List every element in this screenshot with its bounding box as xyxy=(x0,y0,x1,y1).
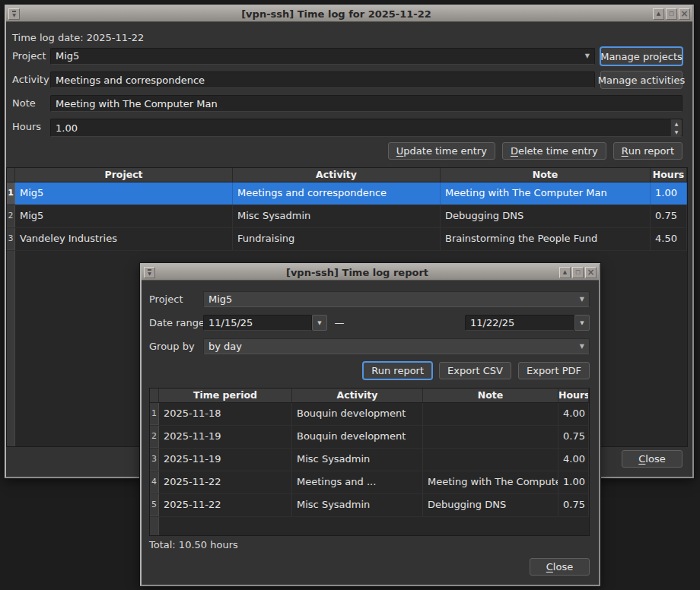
table-row[interactable]: 42025-11-22Meetings and ...Meeting with … xyxy=(150,471,589,494)
main-titlebar[interactable]: ▼ [vpn-ssh] Time log for 2025-11-22 ▲ □ … xyxy=(6,6,692,22)
shade-window-button[interactable]: ▲ xyxy=(653,8,664,20)
cell-period[interactable]: 2025-11-19 xyxy=(159,449,292,471)
cell-hours[interactable]: 1.00 xyxy=(558,471,589,493)
column-header-hours[interactable]: Hours xyxy=(558,389,589,402)
activity-input[interactable] xyxy=(50,71,595,88)
cell-note[interactable] xyxy=(423,426,558,448)
table-row[interactable]: 2Mig5Misc SysadminDebugging DNS0.75 xyxy=(7,205,687,228)
maximize-icon: □ xyxy=(669,11,674,17)
column-header-time-period[interactable]: Time period xyxy=(159,389,292,402)
activity-label: Activity xyxy=(12,71,49,88)
spin-up-button[interactable]: ▲ xyxy=(671,119,682,128)
cell-hours[interactable]: 4.50 xyxy=(651,228,687,250)
cell-hours[interactable]: 0.75 xyxy=(651,205,687,227)
report-maximize-window-button[interactable]: □ xyxy=(572,267,584,278)
window-menu-button[interactable]: ▼ xyxy=(8,8,20,20)
main-close-button[interactable]: Close xyxy=(622,450,682,468)
export-pdf-button[interactable]: Export PDF xyxy=(518,362,590,379)
report-window: ▼ [vpn-ssh] Time log report ▲ □ × Projec… xyxy=(140,263,600,586)
note-input[interactable] xyxy=(50,95,682,112)
report-shade-window-button[interactable]: ▲ xyxy=(559,267,571,278)
row-number-cell[interactable]: 2 xyxy=(150,426,159,448)
group-by-combobox[interactable]: by day ▼ xyxy=(203,338,590,354)
table-row[interactable]: 32025-11-19Misc Sysadmin4.00 xyxy=(150,449,589,471)
table-row[interactable]: 52025-11-22Misc SysadminDebugging DNS0.7… xyxy=(150,494,589,517)
cell-activity[interactable]: Misc Sysadmin xyxy=(233,205,441,227)
row-number-cell[interactable]: 1 xyxy=(150,403,159,425)
cell-activity[interactable]: Bouquin development xyxy=(292,426,423,448)
time-entries-table-header: Project Activity Note Hours xyxy=(7,168,687,182)
spin-down-button[interactable]: ▼ xyxy=(671,128,682,136)
cell-period[interactable]: 2025-11-19 xyxy=(159,426,292,448)
table-row[interactable]: 22025-11-19Bouquin development0.75 xyxy=(150,426,589,449)
row-number-cell[interactable]: 1 xyxy=(7,182,15,205)
report-project-combobox-value: Mig5 xyxy=(208,293,232,305)
report-close-window-button[interactable]: × xyxy=(585,267,597,278)
date-range-start-input[interactable] xyxy=(203,315,312,331)
cell-activity[interactable]: Misc Sysadmin xyxy=(292,494,423,516)
cell-note[interactable]: Debugging DNS xyxy=(441,205,651,227)
row-number-cell[interactable]: 5 xyxy=(150,494,159,516)
date-range-start-dropdown-button[interactable]: ▼ xyxy=(312,315,327,331)
date-range-end-input[interactable] xyxy=(465,315,574,331)
cell-hours[interactable]: 4.00 xyxy=(558,403,589,425)
maximize-icon: □ xyxy=(575,270,581,275)
project-label: Project xyxy=(12,48,46,65)
column-header-note[interactable]: Note xyxy=(423,389,558,402)
update-time-entry-button[interactable]: Update time entry xyxy=(388,142,495,160)
cell-activity[interactable]: Fundraising xyxy=(233,228,441,250)
cell-project[interactable]: Mig5 xyxy=(15,182,233,205)
report-titlebar[interactable]: ▼ [vpn-ssh] Time log report ▲ □ × xyxy=(142,265,599,281)
cell-hours[interactable]: 0.75 xyxy=(558,426,589,448)
column-header-hours[interactable]: Hours xyxy=(651,168,687,182)
maximize-window-button[interactable]: □ xyxy=(666,8,677,20)
report-run-report-button[interactable]: Run report xyxy=(363,362,432,379)
cell-note[interactable]: Brainstorming the People Fund xyxy=(441,228,651,250)
cell-period[interactable]: 2025-11-22 xyxy=(159,494,292,516)
table-row[interactable]: 12025-11-18Bouquin development4.00 xyxy=(150,403,589,426)
spin-up-icon: ▲ xyxy=(675,122,679,126)
column-header-activity[interactable]: Activity xyxy=(292,389,423,402)
report-project-combobox[interactable]: Mig5 ▼ xyxy=(203,291,590,307)
cell-note[interactable]: Debugging DNS xyxy=(423,494,558,516)
manage-activities-button[interactable]: Manage activities xyxy=(600,71,682,89)
cell-note[interactable] xyxy=(423,449,558,471)
shade-icon: ▲ xyxy=(657,11,660,17)
cell-activity[interactable]: Misc Sysadmin xyxy=(292,449,423,471)
cell-note[interactable]: Meeting with The Computer... xyxy=(423,471,558,493)
table-row[interactable]: 3Vandeley IndustriesFundraisingBrainstor… xyxy=(7,228,687,251)
cell-project[interactable]: Mig5 xyxy=(15,205,233,227)
cell-activity[interactable]: Meetings and correspondence xyxy=(233,182,441,205)
cell-hours[interactable]: 0.75 xyxy=(558,494,589,516)
cell-period[interactable]: 2025-11-18 xyxy=(159,403,292,425)
date-range-end-dropdown-button[interactable]: ▼ xyxy=(574,315,590,331)
row-number-cell[interactable]: 3 xyxy=(150,449,159,471)
cell-project[interactable]: Vandeley Industries xyxy=(15,228,233,250)
hours-input[interactable] xyxy=(50,119,682,137)
cell-activity[interactable]: Meetings and ... xyxy=(292,471,423,493)
delete-time-entry-button[interactable]: Delete time entry xyxy=(502,142,606,160)
row-number-cell[interactable]: 2 xyxy=(7,205,15,227)
hours-spinbox[interactable]: ▲ ▼ xyxy=(50,119,682,137)
column-header-project[interactable]: Project xyxy=(15,168,233,182)
report-close-button[interactable]: Close xyxy=(530,558,590,576)
cell-period[interactable]: 2025-11-22 xyxy=(159,471,292,493)
run-report-button[interactable]: Run report xyxy=(613,142,682,160)
report-total-label: Total: 10.50 hours xyxy=(149,537,238,554)
corner-header-cell xyxy=(150,389,159,402)
report-window-menu-button[interactable]: ▼ xyxy=(144,267,155,278)
cell-hours[interactable]: 4.00 xyxy=(558,449,589,471)
cell-activity[interactable]: Bouquin development xyxy=(292,403,423,425)
row-number-cell[interactable]: 3 xyxy=(7,228,15,250)
column-header-activity[interactable]: Activity xyxy=(233,168,441,182)
row-number-cell[interactable]: 4 xyxy=(150,471,159,493)
cell-hours[interactable]: 1.00 xyxy=(651,182,687,205)
column-header-note[interactable]: Note xyxy=(441,168,651,182)
cell-note[interactable]: Meeting with The Computer Man xyxy=(441,182,651,205)
table-row[interactable]: 1Mig5Meetings and correspondenceMeeting … xyxy=(7,182,687,205)
project-combobox[interactable]: Mig5 ▼ xyxy=(50,48,595,65)
cell-note[interactable] xyxy=(423,403,558,425)
manage-projects-button[interactable]: Manage projects xyxy=(600,47,682,65)
export-csv-button[interactable]: Export CSV xyxy=(439,362,511,379)
close-window-button[interactable]: × xyxy=(679,8,690,20)
